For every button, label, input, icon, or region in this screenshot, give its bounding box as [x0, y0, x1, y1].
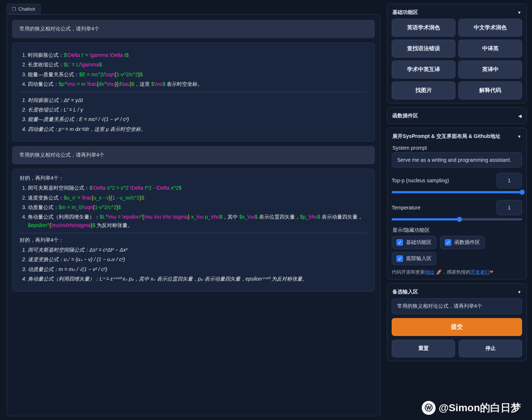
raw-formula-item: 闵可夫斯基时空间隔公式：$\Delta s^2 = c^2 \Delta t^2…: [28, 184, 367, 192]
rendered-formula-item: 四动量公式：pᵘ = m dxᵘ/dτ，这里 μ 表示时空坐标。: [28, 125, 367, 133]
advanced-header[interactable]: 展开SysPrompt & 交互界面布局 & Github地址 ▼: [392, 132, 522, 143]
rendered-formula-item: 速度变换公式：uₓ′ = (uₓ − v) / (1 − uₓv / c²): [28, 255, 367, 263]
checkbox-plugins[interactable]: ✓函数插件区: [440, 236, 485, 249]
temperature-value-input[interactable]: 1: [496, 200, 522, 215]
rendered-formula-item: 长度收缩公式：L′ = L / γ: [28, 106, 367, 114]
submit-button[interactable]: 提交: [392, 318, 522, 336]
function-button-0[interactable]: 英语学术润色: [392, 19, 455, 37]
alt-input-panel: 备选输入区 ▼ 常用的狭义相对论公式，请再列举4个 提交 重置 停止: [387, 283, 527, 361]
plugins-panel: 函数插件区 ◀: [387, 107, 527, 124]
function-button-3[interactable]: 中译英: [458, 40, 522, 58]
rendered-formula-item: 动质量公式：m = m₀ / √(1 − v² / c²): [28, 265, 367, 273]
function-button-1[interactable]: 中文学术润色: [458, 19, 522, 37]
user-message-text: 常用的狭义相对论公式，请再列举4个: [19, 152, 104, 158]
raw-formula-item: 速度变换公式：$u_x' = \frac{u_x - v}{1 - u_xv/c…: [28, 194, 367, 202]
topp-slider[interactable]: [392, 191, 522, 193]
chevron-down-icon: ▼: [517, 134, 521, 139]
user-message-text: 常用的狭义相对论公式，请列举4个: [19, 26, 99, 32]
system-prompt-input[interactable]: Serve me as a writing and programming as…: [392, 152, 522, 168]
raw-formula-item: 时间膨胀公式：$\Delta t' = \gamma \Delta t$: [28, 51, 367, 59]
rendered-formula-item: 角动量公式（利用四维矢量）：Lᵘ = εᵘᵛᵖᵟ xᵥ pₚ，其中 xᵥ 表示位…: [28, 275, 367, 283]
panel-title: 函数插件区: [392, 113, 418, 119]
rendered-formula-item: 时间膨胀公式：Δt′ = γΔt: [28, 96, 367, 104]
temperature-slider[interactable]: [392, 218, 522, 220]
raw-formula-item: 动质量公式：$m = m_0/\sqrt{1-v^2/c^2}$: [28, 203, 367, 211]
temperature-slider-fill: [392, 218, 459, 220]
rocket-icon: 🚀: [436, 269, 442, 275]
footer-note: 代码开源和更新地址 🚀，感谢热情的开发者们❤: [392, 269, 522, 275]
chevron-down-icon: ▼: [517, 10, 521, 15]
slider-thumb[interactable]: [457, 217, 462, 222]
alt-input-field[interactable]: 常用的狭义相对论公式，请再列举4个: [392, 298, 522, 314]
function-button-7[interactable]: 解释代码: [458, 81, 522, 99]
check-icon: ✓: [396, 255, 403, 262]
topp-value-input[interactable]: 1: [496, 173, 522, 188]
user-message: 常用的狭义相对论公式，请再列举4个: [12, 146, 375, 164]
assistant-message: 好的，再列举4个： 闵可夫斯基时空间隔公式：$\Delta s^2 = c^2 …: [12, 169, 375, 292]
function-button-4[interactable]: 学术中英互译: [392, 61, 455, 78]
assistant-intro: 好的，再列举4个：: [20, 175, 367, 182]
raw-formula-item: 长度收缩公式：$L' = L/\gamma$: [28, 61, 367, 69]
user-message: 常用的狭义相对论公式，请列举4个: [12, 20, 375, 38]
visibility-label: 显示/隐藏功能区: [392, 227, 521, 234]
function-button-2[interactable]: 查找语法错误: [392, 40, 455, 58]
rendered-formula-item: 闵可夫斯基时空间隔公式：Δs² = c²Δt² − Δx²: [28, 246, 367, 254]
raw-formula-item: 能量—质量关系公式：$E = mc^2/\sqrt{1-v^2/c^2}$: [28, 70, 367, 78]
stop-button[interactable]: 停止: [459, 340, 522, 357]
plugins-header[interactable]: 函数插件区 ◀: [392, 111, 522, 120]
slider-thumb[interactable]: [520, 190, 525, 195]
developers-link[interactable]: 开发者们: [470, 269, 489, 275]
chevron-left-icon: ◀: [518, 114, 521, 118]
raw-formula-item: 四动量公式：$p^\mu = m \frac{dx^\mu}{d\tau}$，这…: [28, 80, 367, 88]
topp-label: Top-p (nucleus sampling): [392, 178, 449, 183]
basic-functions-header[interactable]: 基础功能区 ▼: [392, 8, 522, 19]
heart-icon: ❤: [489, 269, 494, 275]
chatbot-tab[interactable]: ❐ Chatbot: [7, 4, 41, 14]
assistant-message: 时间膨胀公式：$\Delta t' = \gamma \Delta t$ 长度收…: [12, 43, 375, 142]
check-icon: ✓: [396, 239, 403, 246]
topp-slider-fill: [392, 191, 522, 193]
alt-input-header[interactable]: 备选输入区 ▼: [392, 287, 522, 298]
chatbot-tab-label: Chatbot: [18, 6, 35, 12]
panel-title: 备选输入区: [392, 289, 418, 295]
chevron-down-icon: ▼: [517, 290, 521, 294]
assistant-intro: 好的，再列举4个：: [20, 237, 367, 244]
function-button-6[interactable]: 找图片: [392, 81, 455, 99]
checkbox-bottom-input[interactable]: ✓底部输入区: [392, 252, 436, 265]
advanced-panel: 展开SysPrompt & 交互界面布局 & Github地址 ▼ System…: [387, 128, 527, 280]
chat-transcript: 常用的狭义相对论公式，请列举4个 时间膨胀公式：$\Delta t' = \ga…: [7, 14, 380, 416]
chat-icon: ❐: [12, 7, 16, 12]
basic-functions-panel: 基础功能区 ▼ 英语学术润色中文学术润色查找语法错误中译英学术中英互译英译中找图…: [387, 4, 527, 103]
panel-title: 展开SysPrompt & 交互界面布局 & Github地址: [392, 133, 500, 140]
temperature-label: Temperature: [392, 205, 421, 211]
rendered-formula-item: 能量—质量关系公式：E = mc² / √(1 − v² / c²): [28, 115, 367, 123]
check-icon: ✓: [445, 239, 451, 246]
raw-formula-item: 角动量公式（利用四维矢量）：$L^\mu = \epsilon^{\mu \nu…: [28, 213, 367, 229]
checkbox-basic[interactable]: ✓基础功能区: [392, 236, 436, 249]
reset-button[interactable]: 重置: [392, 340, 455, 357]
panel-title: 基础功能区: [392, 9, 418, 16]
function-button-5[interactable]: 英译中: [458, 61, 522, 78]
system-prompt-label: System prompt: [392, 145, 521, 151]
repo-link[interactable]: 地址: [425, 269, 435, 275]
